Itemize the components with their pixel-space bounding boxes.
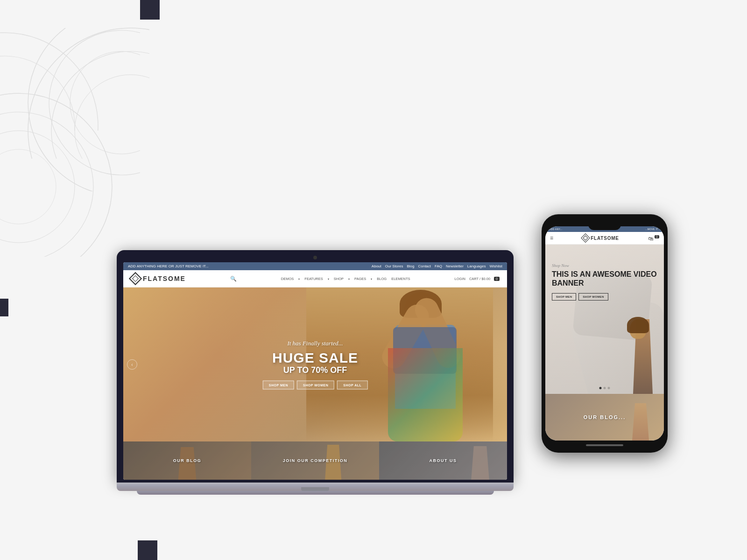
topbar-newsletter[interactable]: Newsletter — [446, 264, 464, 268]
card-blog[interactable]: OUR BLOG — [123, 441, 251, 480]
site-cart-area: LOGIN CART / $0.00 0 — [455, 277, 500, 281]
phone-shop-men-btn[interactable]: SHOP MEN — [552, 293, 576, 301]
topbar-stores[interactable]: Our Stores — [385, 264, 403, 268]
phone-notch — [588, 221, 621, 230]
cart-text[interactable]: CART / $0.00 — [469, 277, 490, 281]
topbar-contact[interactable]: Contact — [418, 264, 431, 268]
phone-dots-indicator — [599, 387, 610, 389]
hero-subtitle: It has Finally started... — [263, 340, 368, 347]
laptop-topbar: ADD ANYTHING HERE OR JUST REMOVE IT... A… — [123, 262, 507, 270]
phone-shop-women-btn[interactable]: SHOP WOMEN — [578, 293, 608, 301]
phone-cart-count: 0 — [655, 235, 659, 238]
laptop-stand — [137, 491, 494, 495]
hero-prev-arrow[interactable]: ‹ — [127, 359, 137, 370]
phone-logo-text: FLATSOME — [591, 236, 619, 241]
nav-pages[interactable]: PAGES — [354, 277, 366, 281]
phone-hero: Shop Now THIS IS AN AWESOME VIDEO BANNER… — [545, 245, 664, 394]
hero-banner: It has Finally started... HUGE SALE UP T… — [123, 287, 507, 441]
phone-hamburger-icon[interactable]: ≡ — [550, 235, 553, 241]
nav-shop[interactable]: SHOP — [334, 277, 344, 281]
shop-all-button[interactable]: SHOP ALL — [337, 381, 367, 390]
phone-screen: ADD ANY... ...MOVE IT... ≡ FLATSOME 🛍 0 — [545, 226, 664, 441]
hero-title-line1: HUGE SALE — [263, 350, 368, 365]
phone: ADD ANY... ...MOVE IT... ≡ FLATSOME 🛍 0 — [542, 214, 668, 453]
laptop-camera — [313, 256, 317, 259]
laptop-screen-outer: ADD ANYTHING HERE OR JUST REMOVE IT... A… — [117, 250, 514, 483]
logo-icon — [129, 272, 142, 285]
bottom-cards: OUR BLOG JOIN OUR COMPETITION ABOUT US — [123, 441, 507, 480]
topbar-nav: About Our Stores Blog Contact FAQ Newsle… — [372, 264, 502, 268]
topbar-faq[interactable]: FAQ — [435, 264, 442, 268]
dot-1 — [599, 387, 602, 389]
login-link[interactable]: LOGIN — [455, 277, 465, 281]
card-competition[interactable]: JOIN OUR COMPETITION — [251, 441, 379, 480]
topbar-left-text: ADD ANYTHING HERE OR JUST REMOVE IT... — [128, 264, 209, 268]
hero-text-content: It has Finally started... HUGE SALE UP T… — [263, 340, 368, 390]
main-nav: DEMOS▾ FEATURES▾ SHOP▾ PAGES▾ BLOG ELEME… — [281, 277, 410, 281]
nav-elements[interactable]: ELEMENTS — [391, 277, 410, 281]
phone-cart-icon[interactable]: 🛍 0 — [648, 235, 659, 241]
phone-logo-icon — [581, 233, 590, 243]
nav-features[interactable]: FEATURES — [304, 277, 323, 281]
phone-header: ≡ FLATSOME 🛍 0 — [545, 232, 664, 245]
card-blog-label: OUR BLOG — [173, 458, 202, 463]
nav-demos[interactable]: DEMOS — [281, 277, 294, 281]
phone-shop-now: Shop Now — [552, 263, 664, 268]
phone-hero-text: Shop Now THIS IS AN AWESOME VIDEO BANNER… — [552, 263, 664, 301]
topbar-blog[interactable]: Blog — [407, 264, 414, 268]
shop-women-button[interactable]: SHOP WOMEN — [297, 381, 334, 390]
laptop-screen-inner: ADD ANYTHING HERE OR JUST REMOVE IT... A… — [123, 262, 507, 480]
laptop-hinge — [301, 487, 329, 491]
laptop-base — [117, 483, 514, 491]
nav-blog[interactable]: BLOG — [377, 277, 387, 281]
site-logo: FLATSOME — [131, 274, 186, 283]
laptop-header: FLATSOME 🔍 DEMOS▾ FEATURES▾ SHOP▾ PAGES▾… — [123, 270, 507, 287]
phone-blog-section[interactable]: OUR BLOG... — [545, 394, 664, 441]
phone-outer: ADD ANY... ...MOVE IT... ≡ FLATSOME 🛍 0 — [542, 214, 668, 453]
card-about-label: ABOUT US — [430, 458, 457, 463]
laptop: ADD ANYTHING HERE OR JUST REMOVE IT... A… — [117, 250, 514, 495]
phone-hero-title: THIS IS AN AWESOME VIDEO BANNER — [552, 270, 664, 287]
phone-topbar-left: ADD ANY... — [549, 228, 562, 231]
dress-shape — [388, 348, 463, 441]
logo-text: FLATSOME — [143, 275, 186, 282]
phone-hero-buttons: SHOP MEN SHOP WOMEN — [552, 293, 664, 301]
topbar-languages[interactable]: Languages — [467, 264, 486, 268]
hero-buttons: SHOP MEN SHOP WOMEN SHOP ALL — [263, 381, 368, 390]
phone-hair — [627, 317, 649, 333]
phone-topbar-right: ...MOVE IT... — [645, 228, 660, 231]
dot-3 — [608, 387, 610, 389]
main-scene: ADD ANYTHING HERE OR JUST REMOVE IT... A… — [0, 0, 747, 560]
cart-badge: 0 — [494, 277, 500, 281]
shop-men-button[interactable]: SHOP MEN — [263, 381, 294, 390]
phone-logo: FLATSOME — [582, 235, 619, 241]
site-search-icon[interactable]: 🔍 — [230, 276, 237, 282]
card-about[interactable]: ABOUT US — [379, 441, 507, 480]
hero-title-line2: UP TO 70% OFF — [263, 365, 368, 375]
dot-2 — [604, 387, 606, 389]
topbar-wishlist[interactable]: Wishlist — [489, 264, 502, 268]
card-comp-label: JOIN OUR COMPETITION — [283, 458, 348, 463]
phone-blog-label: OUR BLOG... — [584, 414, 626, 420]
phone-blog-figure-bg — [627, 403, 655, 441]
devices-container: ADD ANYTHING HERE OR JUST REMOVE IT... A… — [117, 65, 630, 495]
topbar-about[interactable]: About — [372, 264, 381, 268]
phone-home-indicator — [586, 444, 623, 446]
